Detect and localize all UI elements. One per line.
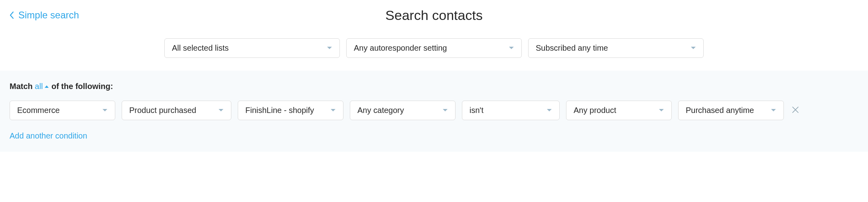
autoresponder-dropdown-label: Any autoresponder setting xyxy=(354,44,447,53)
lists-dropdown[interactable]: All selected lists xyxy=(164,38,340,58)
lists-dropdown-label: All selected lists xyxy=(172,44,229,53)
match-label: Match all of the following: xyxy=(10,82,858,91)
subscribed-dropdown-label: Subscribed any time xyxy=(536,44,608,53)
condition-store-dropdown[interactable]: FinishLine - shopify xyxy=(238,101,343,120)
chevron-down-icon xyxy=(546,109,552,113)
filter-row: All selected lists Any autoresponder set… xyxy=(10,38,858,58)
condition-category-label: Any category xyxy=(357,106,404,115)
condition-category-dropdown[interactable]: Any category xyxy=(350,101,456,120)
back-label: Simple search xyxy=(18,10,79,21)
page-title: Search contacts xyxy=(385,8,483,23)
chevron-down-icon xyxy=(690,46,696,50)
chevron-down-icon xyxy=(771,109,776,113)
condition-field-dropdown[interactable]: Ecommerce xyxy=(10,101,115,120)
condition-event-dropdown[interactable]: Product purchased xyxy=(122,101,231,120)
chevron-down-icon xyxy=(330,109,336,113)
simple-search-link[interactable]: Simple search xyxy=(10,10,79,21)
chevron-down-icon xyxy=(218,109,224,113)
match-suffix: of the following: xyxy=(51,82,113,91)
condition-time-dropdown[interactable]: Purchased anytime xyxy=(678,101,784,120)
close-icon xyxy=(792,106,799,115)
remove-condition-button[interactable] xyxy=(790,105,801,117)
condition-event-label: Product purchased xyxy=(129,106,196,115)
condition-operator-label: isn't xyxy=(470,106,483,115)
condition-product-label: Any product xyxy=(574,106,616,115)
chevron-down-icon xyxy=(442,109,448,113)
autoresponder-dropdown[interactable]: Any autoresponder setting xyxy=(346,38,522,58)
subscribed-dropdown[interactable]: Subscribed any time xyxy=(528,38,704,58)
condition-time-label: Purchased anytime xyxy=(686,106,754,115)
condition-product-dropdown[interactable]: Any product xyxy=(566,101,672,120)
condition-operator-dropdown[interactable]: isn't xyxy=(462,101,560,120)
chevron-left-icon xyxy=(10,11,14,19)
match-mode-text: all xyxy=(35,82,43,91)
add-condition-link[interactable]: Add another condition xyxy=(10,131,858,141)
chevron-up-icon xyxy=(44,85,49,88)
chevron-down-icon xyxy=(509,46,514,50)
match-prefix: Match xyxy=(10,82,33,91)
chevron-down-icon xyxy=(659,109,664,113)
condition-field-label: Ecommerce xyxy=(17,106,60,115)
condition-store-label: FinishLine - shopify xyxy=(245,106,314,115)
chevron-down-icon xyxy=(327,46,332,50)
condition-row: Ecommerce Product purchased FinishLine -… xyxy=(10,101,858,120)
chevron-down-icon xyxy=(102,109,108,113)
match-mode-toggle[interactable]: all xyxy=(35,82,49,91)
